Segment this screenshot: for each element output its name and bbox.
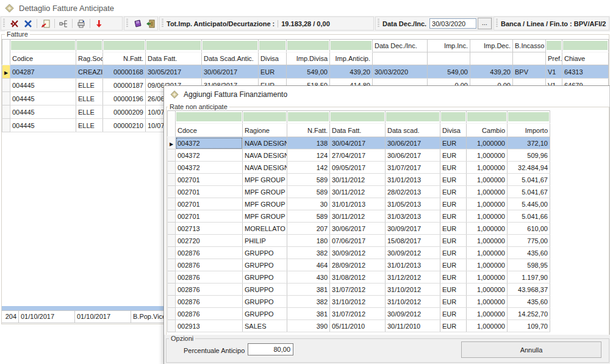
cell-data-fatt[interactable]: 30/11/2012 bbox=[330, 186, 386, 198]
panel-gripper[interactable] bbox=[378, 19, 379, 28]
cell-codice[interactable]: 004287 bbox=[10, 65, 76, 79]
cell-cdoce[interactable]: 002876 bbox=[176, 284, 243, 296]
table-row[interactable]: 004372NAVA DESIGN12427/04/201730/06/2017… bbox=[168, 149, 550, 162]
cell-n-fatt[interactable]: 464 bbox=[287, 259, 330, 271]
cell-pref[interactable]: V1 bbox=[546, 65, 562, 79]
row-selector[interactable] bbox=[2, 119, 10, 132]
filter-cell-chiave[interactable] bbox=[562, 40, 609, 52]
cell-n-fatt[interactable]: 00000196 bbox=[103, 92, 146, 105]
cell-n-fatt[interactable]: 589 bbox=[287, 174, 330, 186]
cell-data-dec-inc[interactable]: 30/03/2020 bbox=[373, 65, 428, 79]
col-header-imp-divisa[interactable]: Imp.Divisa bbox=[287, 52, 330, 65]
cell-cdoce[interactable]: 002876 bbox=[176, 296, 243, 308]
cell-cambio[interactable]: 1,000000 bbox=[467, 320, 508, 332]
table-row[interactable]: 002876GRUPPO38131/07/201230/09/2012EUR1,… bbox=[168, 308, 550, 320]
cell-divisa[interactable]: EUR bbox=[440, 284, 467, 296]
col-header-rag-soc[interactable]: Rag.Soc bbox=[76, 52, 103, 65]
cell-n-fatt[interactable]: 589 bbox=[287, 210, 330, 223]
cell-codice[interactable]: 004445 bbox=[10, 79, 76, 92]
table-row[interactable]: 002876GRUPPO38131/07/201231/10/2012EUR1,… bbox=[168, 284, 550, 296]
col-header-data-fatt[interactable]: Data Fatt. bbox=[330, 124, 386, 137]
cell-ragione[interactable]: NAVA DESIGN bbox=[243, 162, 287, 174]
col-header-n-fatt[interactable]: N.Fatt. bbox=[287, 124, 330, 137]
cell-divisa[interactable]: EUR bbox=[440, 137, 467, 149]
cell-divisa[interactable]: EUR bbox=[440, 271, 467, 284]
table-row[interactable]: 002913SALES39005/11/201030/11/2010EUR1,0… bbox=[168, 320, 550, 332]
cell-cdoce[interactable]: 004372 bbox=[176, 137, 243, 149]
browse-date-button[interactable]: ... bbox=[478, 18, 492, 29]
cell-ragione[interactable]: NAVA DESIGN bbox=[243, 149, 287, 162]
cell-cambio[interactable]: 1,000000 bbox=[467, 149, 508, 162]
cell-data-scad[interactable]: 31/01/2013 bbox=[386, 174, 440, 186]
cell-cambio[interactable]: 1,000000 bbox=[467, 162, 508, 174]
cell-data-scad[interactable]: 31/01/2013 bbox=[386, 259, 440, 271]
col-header-codice[interactable]: Codice bbox=[10, 52, 76, 65]
cell-divisa[interactable]: EUR bbox=[440, 186, 467, 198]
cell-cdoce[interactable]: 004372 bbox=[176, 149, 243, 162]
cell-cambio[interactable]: 1,000000 bbox=[467, 259, 508, 271]
cell-imp-dec[interactable]: 439,20 bbox=[470, 65, 513, 79]
cell-divisa[interactable]: EUR bbox=[440, 259, 467, 271]
cell-importo[interactable]: 1.197,90 bbox=[508, 271, 550, 284]
row-selector[interactable]: ▶ bbox=[2, 65, 10, 79]
cell-rag-soc[interactable]: ELLE bbox=[76, 105, 103, 119]
cell-data-scad[interactable]: 30/06/2017 bbox=[386, 137, 440, 149]
cell-ragione[interactable]: GRUPPO bbox=[243, 296, 287, 308]
cell-cdoce[interactable]: 002876 bbox=[176, 247, 243, 259]
table-row[interactable]: ▶004372NAVA DESIGN13830/04/201730/06/201… bbox=[168, 137, 550, 149]
cell-n-fatt[interactable]: 382 bbox=[287, 247, 330, 259]
cell-divisa[interactable]: EUR bbox=[440, 308, 467, 320]
row-selector[interactable] bbox=[168, 174, 176, 186]
cell-ragione[interactable]: GRUPPO bbox=[243, 259, 287, 271]
cell-data-scad[interactable]: 31/07/2017 bbox=[386, 162, 440, 174]
cell-ragione[interactable]: MPF GROUP bbox=[243, 210, 287, 223]
cell-importo[interactable]: 435,60 bbox=[508, 296, 550, 308]
cell-cambio[interactable]: 1,000000 bbox=[467, 284, 508, 296]
cell-divisa[interactable]: EUR bbox=[259, 65, 287, 79]
cell-cambio[interactable]: 1,000000 bbox=[467, 186, 508, 198]
table-row[interactable]: 002701MPF GROUP58930/11/201228/02/2013EU… bbox=[168, 186, 550, 198]
col-header-data-dec-inc[interactable]: Data Dec./Inc. bbox=[373, 40, 428, 52]
cell-data-fatt[interactable]: 30/11/2012 bbox=[330, 210, 386, 223]
cell-cdoce[interactable]: 002701 bbox=[176, 174, 243, 186]
cell-divisa[interactable]: EUR bbox=[440, 320, 467, 332]
cell-data-fatt[interactable]: 30/04/2017 bbox=[330, 137, 386, 149]
cell-n-fatt[interactable]: 382 bbox=[287, 296, 330, 308]
filter-cell-n-fatt[interactable] bbox=[287, 111, 330, 124]
cell-imp-anticip[interactable]: 439,20 bbox=[330, 65, 373, 79]
filter-cell-importo[interactable] bbox=[508, 111, 550, 124]
row-selector[interactable] bbox=[168, 210, 176, 223]
cell-n-fatt[interactable]: 390 bbox=[287, 320, 330, 332]
panel-gripper[interactable] bbox=[126, 19, 128, 28]
col-header-importo[interactable]: Importo bbox=[508, 124, 550, 137]
cell-data-fatt[interactable]: 31/01/2013 bbox=[330, 198, 386, 210]
cell-ragione[interactable]: GRUPPO bbox=[243, 308, 287, 320]
col-header-data-scad-antic[interactable]: Data Scad.Antic. bbox=[202, 52, 259, 65]
cell-importo[interactable]: 32.484,94 bbox=[508, 162, 550, 174]
cell-cambio[interactable]: 1,000000 bbox=[467, 247, 508, 259]
export-excel-icon[interactable] bbox=[21, 18, 35, 29]
filter-cell-divisa[interactable] bbox=[440, 111, 467, 124]
row-selector[interactable] bbox=[168, 247, 176, 259]
cell-importo[interactable]: 775,00 bbox=[508, 235, 550, 247]
col-header-b-incasso[interactable]: B.Incasso bbox=[513, 40, 546, 52]
row-selector[interactable] bbox=[168, 296, 176, 308]
filter-cell-cambio[interactable] bbox=[467, 111, 508, 124]
cell-n-fatt[interactable]: 00000209 bbox=[103, 105, 146, 119]
cell-b-incasso[interactable]: BPV bbox=[513, 65, 546, 79]
cell-cdoce[interactable]: 002876 bbox=[176, 271, 243, 284]
cell-cambio[interactable]: 1,000000 bbox=[467, 198, 508, 210]
table-row[interactable]: 002713MORELLATO20730/06/201730/09/2017EU… bbox=[168, 223, 550, 235]
cell-ragione[interactable]: GRUPPO bbox=[243, 271, 287, 284]
cell-data-fatt[interactable]: 30/09/2012 bbox=[330, 247, 386, 259]
cell-data-scad[interactable]: 31/12/2012 bbox=[386, 271, 440, 284]
annulla-button[interactable]: Annulla bbox=[461, 341, 601, 358]
cell-divisa[interactable]: EUR bbox=[440, 235, 467, 247]
panel-gripper[interactable] bbox=[3, 19, 5, 28]
cell-importo[interactable]: 5.041,66 bbox=[508, 210, 550, 223]
cell-cdoce[interactable]: 002701 bbox=[176, 186, 243, 198]
cell-cambio[interactable]: 1,000000 bbox=[467, 235, 508, 247]
row-selector[interactable] bbox=[168, 235, 176, 247]
cell-data-scad[interactable]: 30/09/2012 bbox=[386, 247, 440, 259]
cell-data-fatt[interactable]: 31/08/2012 bbox=[330, 271, 386, 284]
